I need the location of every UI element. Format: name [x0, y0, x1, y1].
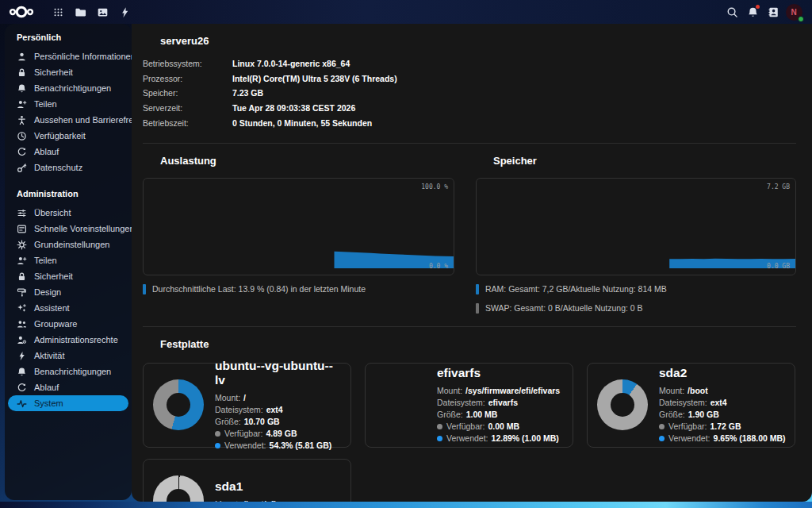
person-gear-icon — [17, 335, 27, 345]
detail-label: Größe: — [437, 409, 463, 421]
search-button[interactable] — [722, 2, 742, 22]
disk-detail-line: Verwendet:9.65% (188.00 MB) — [659, 433, 785, 444]
sidebar-item-label: Aktivität — [34, 351, 65, 360]
disk-usage-donut — [153, 379, 204, 430]
gear-icon — [17, 240, 27, 250]
disk-detail-line: Mount:/boot — [659, 385, 785, 397]
app-activity-button[interactable] — [114, 2, 135, 22]
sidebar-item-teilen[interactable]: Teilen — [8, 96, 128, 112]
disk-card-ubuntu--vg-ubuntu--lv: ubuntu--vg-ubuntu--lvMount:/Dateisystem:… — [143, 363, 351, 448]
sidebar-item-label: Verfügbarkeit — [34, 131, 86, 140]
sidebar-item-system[interactable]: System — [8, 395, 128, 411]
sidebar-item-ablauf[interactable]: Ablauf — [8, 379, 128, 395]
detail-label: Mount: — [659, 385, 684, 397]
disk-detail-line: Mount:/sys/firmware/efi/efivars — [437, 385, 563, 397]
server-info-rows: Betriebssystem:Linux 7.0.0-14-generic x8… — [143, 56, 796, 130]
top-header: N — [0, 0, 812, 24]
sidebar-item-grundeinstellungen[interactable]: Grundeinstellungen — [8, 237, 128, 252]
sidebar-item-benachrichtigungen[interactable]: Benachrichtigungen — [8, 80, 128, 96]
legend-label: SWAP: Gesamt: 0 B/Aktuelle Nutzung: 0 B — [485, 303, 643, 313]
detail-value: ext4 — [266, 404, 283, 416]
detail-label: Größe: — [659, 409, 685, 421]
detail-label: Verwendet: — [668, 433, 710, 444]
contacts-button[interactable] — [763, 2, 783, 22]
monitor-icon — [143, 156, 154, 167]
disk-usage-donut — [153, 475, 204, 502]
detail-value: 54.3% (5.81 GB) — [270, 440, 332, 452]
sidebar-item-design[interactable]: Design — [8, 284, 128, 300]
disk-usage-donut — [375, 379, 426, 430]
person-icon — [17, 52, 27, 62]
sidebar-section: PersönlichPersönliche InformationenSiche… — [5, 27, 132, 175]
bell-icon — [17, 83, 27, 94]
server-info-row: Betriebszeit:0 Stunden, 0 Minuten, 55 Se… — [143, 115, 796, 130]
notification-badge — [756, 5, 760, 9]
sidebar-item-sicherheit[interactable]: Sicherheit — [8, 64, 128, 80]
server-title: serveru26 — [160, 35, 209, 47]
detail-label: Verfügbar: — [446, 421, 485, 433]
detail-value: 1.00 MB — [466, 409, 498, 421]
sidebar-item-persönliche-informationen[interactable]: Persönliche Informationen — [8, 48, 128, 64]
legend-dot — [215, 443, 220, 448]
legend-marker — [476, 284, 479, 294]
search-icon — [726, 6, 738, 18]
disk-detail-line: Dateisystem:ext4 — [659, 397, 785, 409]
sidebar-item-übersicht[interactable]: Übersicht — [8, 205, 128, 221]
legend-label: Durchschnittliche Last: 13.9 % (0.84) in… — [152, 284, 366, 294]
disk-card-efivarfs: efivarfsMount:/sys/firmware/efi/efivarsD… — [365, 363, 573, 448]
sliders-icon — [17, 208, 27, 218]
sidebar-item-label: Benachrichtigungen — [34, 367, 111, 376]
legend-marker — [476, 303, 479, 314]
memory-title: Speicher — [493, 155, 537, 167]
info-value: 7.23 GB — [232, 88, 796, 98]
bolt-icon — [17, 351, 27, 361]
info-label: Betriebssystem: — [143, 59, 232, 68]
brush-icon — [17, 287, 27, 298]
sidebar-item-datenschutz[interactable]: Datenschutz — [8, 160, 128, 175]
detail-label: Mount: — [215, 392, 240, 404]
disk-cards: ubuntu--vg-ubuntu--lvMount:/Dateisystem:… — [143, 363, 796, 502]
load-legend: Durchschnittliche Last: 13.9 % (0.84) in… — [143, 284, 454, 294]
app-files-button[interactable] — [70, 2, 90, 22]
user-plus-icon — [17, 99, 27, 110]
sidebar-item-label: Übersicht — [34, 208, 71, 217]
sidebar-item-teilen[interactable]: Teilen — [8, 252, 128, 268]
load-section: Auslastung 100.0 % 0.0 % Durchschnittlic… — [143, 154, 454, 314]
legend-dot — [215, 431, 220, 437]
notifications-button[interactable] — [742, 2, 763, 22]
key-icon — [17, 163, 27, 173]
sidebar-item-schnelle-voreinstellungen[interactable]: Schnelle Voreinstellungen — [8, 221, 128, 237]
pie-chart-icon — [476, 156, 487, 167]
sidebar-item-benachrichtigungen[interactable]: Benachrichtigungen — [8, 364, 128, 379]
divider — [143, 326, 796, 327]
app-dashboard-button[interactable] — [48, 2, 68, 22]
app-photos-button[interactable] — [92, 2, 113, 22]
server-info-row: Serverzeit:Tue Apr 28 09:03:38 CEST 2026 — [143, 101, 796, 116]
detail-label: Verwendet: — [446, 433, 488, 444]
disk-detail-line: Verfügbar:1.72 GB — [659, 421, 785, 433]
sidebar-item-label: Teilen — [34, 256, 57, 265]
nextcloud-logo[interactable] — [8, 3, 35, 21]
sidebar-item-sicherheit[interactable]: Sicherheit — [8, 268, 128, 284]
info-value: Linux 7.0.0-14-generic x86_64 — [232, 59, 796, 68]
accessibility-icon — [17, 115, 27, 125]
sidebar-item-administrationsrechte[interactable]: Administrationsrechte — [8, 332, 128, 348]
detail-value: 1.90 GB — [688, 409, 719, 421]
sidebar-item-assistent[interactable]: Assistent — [8, 300, 128, 316]
disk-name: ubuntu--vg-ubuntu--lv — [215, 359, 341, 387]
sidebar-item-aussehen-und-barrierefreiheit[interactable]: Aussehen und Barrierefreiheit — [8, 112, 128, 128]
sidebar-item-verfügbarkeit[interactable]: Verfügbarkeit — [8, 128, 128, 144]
contacts-icon — [768, 6, 779, 18]
detail-value: efivarfs — [488, 397, 518, 409]
info-label: Serverzeit: — [143, 103, 232, 113]
disk-detail-line: Dateisystem:ext4 — [215, 404, 341, 416]
sidebar-section: AdministrationÜbersichtSchnelle Voreinst… — [5, 175, 132, 411]
sidebar-item-groupware[interactable]: Groupware — [8, 316, 128, 332]
sidebar-item-ablauf[interactable]: Ablauf — [8, 144, 128, 160]
user-menu-button[interactable]: N — [783, 2, 804, 22]
pulse-icon — [17, 398, 27, 409]
sidebar-item-aktivität[interactable]: Aktivität — [8, 348, 128, 364]
sparkle-icon — [17, 303, 27, 314]
detail-value: / — [243, 392, 246, 404]
app-navigation — [48, 2, 135, 22]
